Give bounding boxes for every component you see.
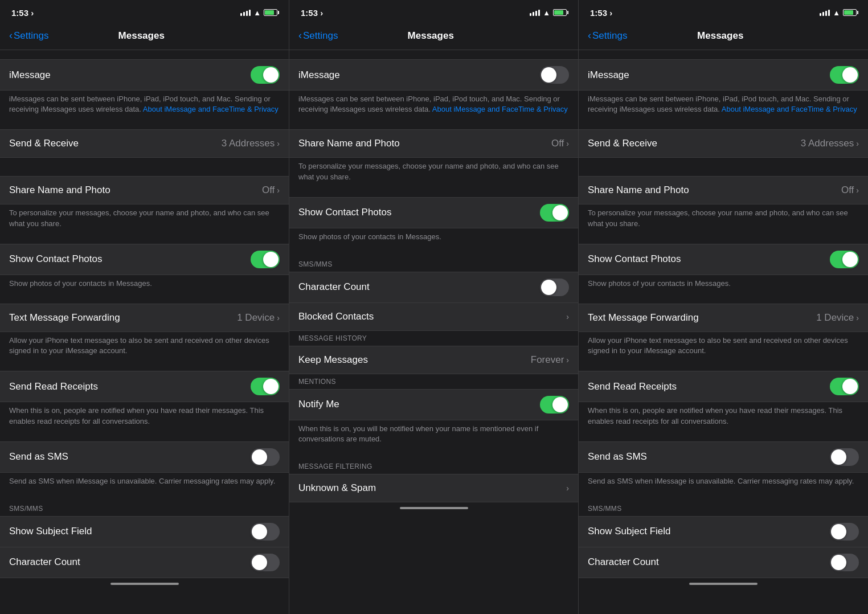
toggle-knob <box>263 379 279 394</box>
toggle-switch[interactable] <box>540 66 569 84</box>
setting-label: Blocked Contacts <box>298 311 566 322</box>
setting-row-share-name-photo[interactable]: Share Name and PhotoOff› <box>0 177 289 204</box>
toggle-knob <box>263 252 279 267</box>
home-indicator <box>110 583 179 585</box>
setting-label: Text Message Forwarding <box>588 312 816 324</box>
setting-row-show-contact-photos[interactable]: Show Contact Photos <box>289 198 578 228</box>
setting-description: Show photos of your contacts in Messages… <box>579 275 868 294</box>
setting-label: iMessage <box>298 69 540 81</box>
toggle-knob <box>252 524 267 539</box>
toggle-switch[interactable] <box>830 66 859 84</box>
setting-label: Notify Me <box>298 399 540 410</box>
setting-row-text-message-forwarding[interactable]: Text Message Forwarding1 Device› <box>0 304 289 331</box>
setting-description: To personalize your messages, choose you… <box>0 204 289 234</box>
toggle-switch[interactable] <box>251 523 280 541</box>
wifi-icon: ▲ <box>253 9 261 17</box>
setting-row-send-read-receipts[interactable]: Send Read Receipts <box>579 371 868 402</box>
setting-row-character-count[interactable]: Character Count <box>0 547 289 578</box>
battery-icon <box>264 9 277 16</box>
setting-value: Off <box>262 185 275 196</box>
nav-title: Messages <box>627 30 813 42</box>
settings-card: Send Read Receipts <box>579 371 868 402</box>
setting-label: Share Name and Photo <box>298 138 551 149</box>
toggle-switch[interactable] <box>251 554 280 571</box>
chevron-right-icon: › <box>856 139 859 148</box>
setting-row-show-subject-field[interactable]: Show Subject Field <box>579 517 868 547</box>
toggle-switch[interactable] <box>830 251 859 268</box>
back-button[interactable]: ‹ Settings <box>9 30 48 42</box>
setting-row-share-name-photo[interactable]: Share Name and PhotoOff› <box>289 130 578 157</box>
setting-row-show-contact-photos[interactable]: Show Contact Photos <box>579 244 868 275</box>
toggle-knob <box>552 397 568 412</box>
setting-description <box>0 158 289 167</box>
toggle-switch[interactable] <box>830 554 859 571</box>
setting-row-keep-messages[interactable]: Keep MessagesForever› <box>289 346 578 374</box>
back-button[interactable]: ‹ Settings <box>588 30 627 42</box>
toggle-switch[interactable] <box>830 378 859 395</box>
toggle-switch[interactable] <box>251 251 280 268</box>
setting-row-blocked-contacts[interactable]: Blocked Contacts› <box>289 303 578 330</box>
toggle-knob <box>541 67 556 83</box>
setting-description: iMessages can be sent between iPhone, iP… <box>0 91 289 120</box>
setting-row-character-count[interactable]: Character Count <box>289 272 578 303</box>
toggle-knob <box>263 67 279 83</box>
privacy-link[interactable]: About iMessage and FaceTime & Privacy <box>722 105 857 113</box>
setting-description: Show photos of your contacts in Messages… <box>0 275 289 294</box>
setting-description: Show photos of your contacts in Messages… <box>289 228 578 248</box>
setting-row-imessage[interactable]: iMessage <box>579 60 868 90</box>
settings-card: Send & Receive3 Addresses› <box>0 129 289 158</box>
toggle-switch[interactable] <box>540 279 569 296</box>
status-icons: ▲ <box>530 9 567 17</box>
setting-row-character-count[interactable]: Character Count <box>579 547 868 578</box>
setting-row-unknown-spam[interactable]: Unknown & Spam› <box>289 474 578 502</box>
setting-row-share-name-photo[interactable]: Share Name and PhotoOff› <box>579 177 868 204</box>
chevron-right-icon: › <box>566 139 569 148</box>
status-bar: 1:53 ›▲ <box>579 0 868 23</box>
privacy-link[interactable]: About iMessage and FaceTime & Privacy <box>432 105 568 113</box>
setting-value: Forever <box>531 354 564 366</box>
setting-label: Send Read Receipts <box>9 381 251 392</box>
status-bar: 1:53 ›▲ <box>289 0 578 23</box>
toggle-switch[interactable] <box>251 378 280 395</box>
settings-content: iMessageiMessages can be sent between iP… <box>579 50 868 614</box>
back-button[interactable]: ‹ Settings <box>298 30 338 42</box>
setting-row-send-receive[interactable]: Send & Receive3 Addresses› <box>579 130 868 157</box>
setting-row-show-subject-field[interactable]: Show Subject Field <box>0 517 289 547</box>
chevron-right-icon: › <box>856 313 859 322</box>
toggle-knob <box>541 280 556 295</box>
toggle-switch[interactable] <box>251 66 280 84</box>
settings-card: Show Contact Photos <box>289 197 578 228</box>
setting-row-send-read-receipts[interactable]: Send Read Receipts <box>0 371 289 402</box>
setting-row-send-as-sms[interactable]: Send as SMS <box>0 442 289 472</box>
setting-row-imessage[interactable]: iMessage <box>0 60 289 90</box>
privacy-link[interactable]: About iMessage and FaceTime & Privacy <box>143 105 279 113</box>
status-bar: 1:53 ›▲ <box>0 0 289 23</box>
setting-row-text-message-forwarding[interactable]: Text Message Forwarding1 Device› <box>579 304 868 331</box>
setting-description: To personalize your messages, choose you… <box>289 158 578 187</box>
setting-label: Text Message Forwarding <box>9 312 237 324</box>
toggle-knob <box>252 449 267 465</box>
toggle-knob <box>831 449 846 465</box>
toggle-switch[interactable] <box>830 523 859 541</box>
chevron-right-icon: › <box>277 186 280 195</box>
setting-label: Show Contact Photos <box>298 207 540 218</box>
setting-row-send-receive[interactable]: Send & Receive3 Addresses› <box>0 130 289 157</box>
setting-label: Show Contact Photos <box>9 253 251 265</box>
settings-card: Character CountBlocked Contacts› <box>289 272 578 331</box>
toggle-switch[interactable] <box>251 448 280 466</box>
toggle-switch[interactable] <box>540 396 569 414</box>
setting-row-show-contact-photos[interactable]: Show Contact Photos <box>0 244 289 275</box>
setting-description <box>579 158 868 167</box>
setting-value: 1 Device <box>816 312 854 324</box>
setting-row-send-as-sms[interactable]: Send as SMS <box>579 442 868 472</box>
toggle-knob <box>842 379 858 394</box>
settings-card: Share Name and PhotoOff› <box>289 129 578 158</box>
toggle-switch[interactable] <box>830 448 859 466</box>
back-label: Settings <box>14 30 48 42</box>
toggle-knob <box>831 555 846 570</box>
status-icons: ▲ <box>240 9 277 17</box>
toggle-switch[interactable] <box>540 204 569 222</box>
setting-description: Send as SMS when iMessage is unavailable… <box>0 473 289 492</box>
setting-row-imessage[interactable]: iMessage <box>289 60 578 90</box>
setting-row-notify-me[interactable]: Notify Me <box>289 390 578 420</box>
